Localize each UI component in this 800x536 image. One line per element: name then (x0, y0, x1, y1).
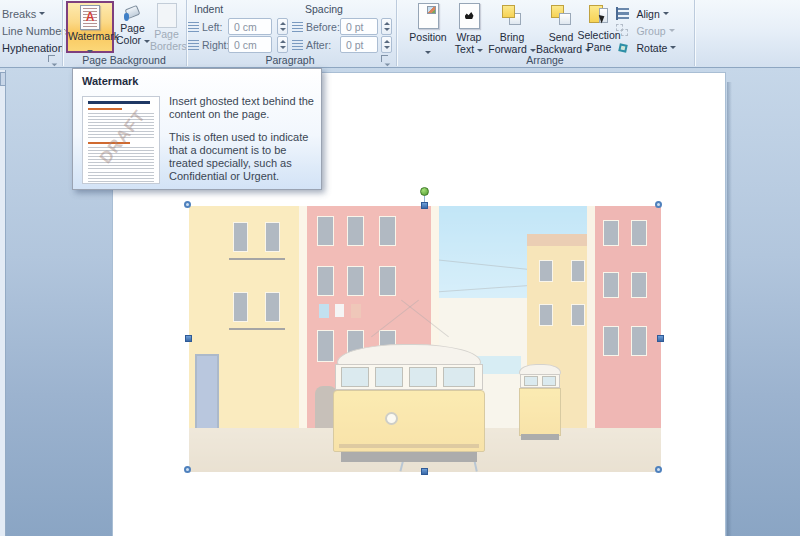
handle-bottom-left[interactable] (184, 466, 191, 473)
ribbon-page-layout: Breaks Line Numbers Hyphenation A Waterm… (0, 0, 800, 68)
watermark-label: Watermark (68, 30, 112, 42)
group-separator (396, 0, 398, 66)
page-borders-button: Page Borders (150, 1, 183, 53)
page-borders-label-2: Borders (150, 40, 183, 52)
chevron-down-icon (663, 12, 669, 15)
bring-forward-icon (500, 3, 524, 29)
watermark-button[interactable]: A Watermark (66, 1, 114, 53)
indent-left-label: Left: (202, 21, 222, 33)
chevron-down-icon (530, 49, 536, 52)
send-backward-icon (549, 3, 573, 29)
selection-pane-icon (588, 4, 610, 28)
page-color-label-1: Page (116, 22, 149, 34)
position-icon (418, 3, 439, 29)
faded-overlay (189, 206, 661, 472)
paragraph-group-label: Paragraph (210, 54, 370, 66)
spacing-header: Spacing (305, 3, 343, 15)
spacing-after-label: After: (306, 39, 331, 51)
ruler-cap-icon (0, 72, 6, 86)
page-setup-dialog-launcher-icon[interactable] (47, 54, 57, 64)
align-icon (616, 8, 629, 19)
page-borders-icon (157, 3, 177, 28)
vertical-ruler-sliver (0, 70, 6, 536)
chevron-down-icon (477, 49, 483, 52)
group-label: Group (636, 25, 665, 37)
wrap-text-button[interactable]: Wrap Text (452, 1, 486, 53)
line-numbers-label: Line Numbers (2, 25, 70, 37)
rotation-handle[interactable] (420, 187, 429, 196)
wrap-text-label-2: Text (455, 43, 474, 55)
align-button[interactable]: Align (616, 4, 669, 22)
tooltip-body-2: This is often used to indicate that a do… (169, 131, 315, 183)
chevron-down-icon (669, 29, 675, 32)
page-borders-label-1: Page (150, 28, 183, 40)
spacing-after-icon (292, 40, 303, 50)
rotate-label: Rotate (636, 42, 667, 54)
spacing-after-input[interactable]: 0 pt (340, 36, 378, 53)
handle-top-left[interactable] (184, 201, 191, 208)
breaks-label: Breaks (2, 8, 36, 20)
bring-forward-label-1: Bring (488, 31, 536, 43)
chevron-down-icon (670, 46, 676, 49)
page-color-icon (123, 4, 143, 22)
group-icon (616, 24, 629, 37)
group-separator (186, 0, 188, 66)
page-color-label-2: Color (116, 34, 141, 46)
bring-forward-button[interactable]: Bring Forward (488, 1, 536, 53)
handle-middle-right[interactable] (657, 335, 664, 342)
chevron-down-icon (87, 50, 93, 53)
chevron-down-icon (425, 51, 431, 54)
rotate-icon (616, 41, 629, 54)
paragraph-dialog-launcher-icon[interactable] (380, 54, 390, 64)
spacing-before-label: Before: (306, 21, 340, 33)
wrap-text-label-1: Wrap (452, 31, 486, 43)
handle-top-right[interactable] (655, 201, 662, 208)
wrap-text-icon (459, 3, 480, 29)
hyphenation-label: Hyphenation (2, 42, 64, 54)
page-shadow (727, 82, 732, 536)
selected-picture[interactable] (189, 206, 661, 472)
indent-right-icon (188, 40, 199, 50)
handle-bottom-center[interactable] (421, 468, 428, 475)
indent-left-spinner[interactable] (277, 18, 288, 35)
spacing-before-input[interactable]: 0 pt (340, 18, 378, 35)
align-label: Align (636, 8, 659, 20)
indent-left-input[interactable]: 0 cm (228, 18, 272, 35)
indent-header: Indent (194, 3, 223, 15)
watermark-supertooltip: Watermark DRAFT Insert ghosted text behi… (72, 68, 322, 190)
rotate-button[interactable]: Rotate (616, 38, 676, 56)
indent-left-icon (188, 22, 199, 32)
handle-top-center[interactable] (421, 202, 428, 209)
watermark-icon: A (80, 5, 100, 30)
watermark-preview-thumbnail: DRAFT (82, 96, 160, 184)
indent-right-label: Right: (202, 39, 229, 51)
arrange-group-label: Arrange (480, 54, 610, 66)
spacing-after-spinner[interactable] (381, 36, 392, 53)
word-window: Breaks Line Numbers Hyphenation A Waterm… (0, 0, 800, 536)
spacing-before-spinner[interactable] (381, 18, 392, 35)
handle-middle-left[interactable] (185, 335, 192, 342)
handle-bottom-right[interactable] (655, 466, 662, 473)
tooltip-title: Watermark (73, 69, 321, 87)
tooltip-body-1: Insert ghosted text behind the content o… (169, 95, 315, 121)
breaks-button[interactable]: Breaks (2, 4, 45, 22)
indent-right-spinner[interactable] (277, 36, 288, 53)
group-separator (694, 0, 696, 66)
position-label: Position (406, 31, 450, 43)
spacing-before-icon (292, 22, 303, 32)
page-background-group-label: Page Background (64, 54, 184, 66)
indent-right-input[interactable]: 0 cm (228, 36, 272, 53)
lisbon-tram-photo (189, 206, 661, 472)
chevron-down-icon (39, 12, 45, 15)
group-button: Group (616, 21, 675, 39)
page-color-button[interactable]: Page Color (116, 1, 149, 53)
position-button[interactable]: Position (406, 1, 450, 53)
